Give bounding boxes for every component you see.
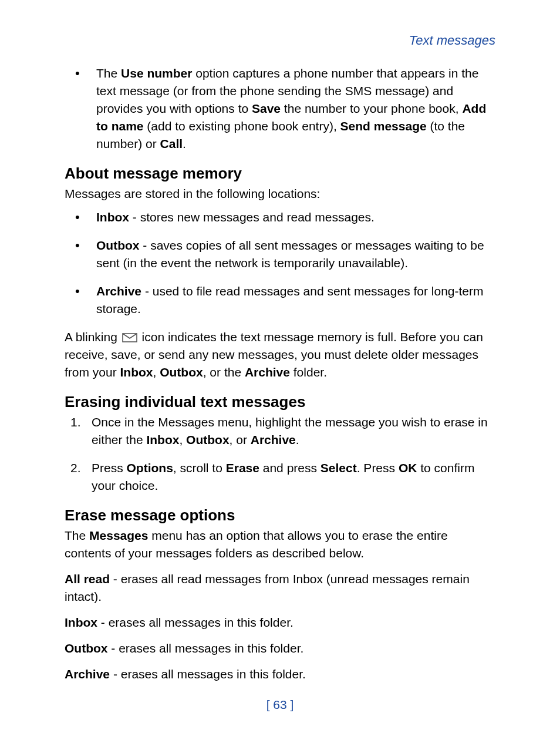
text-run: (add to existing phone book entry), xyxy=(144,119,340,133)
text-run: . xyxy=(183,137,186,150)
text-run: Outbox xyxy=(96,238,140,252)
text-run: , scroll to xyxy=(173,461,226,475)
list-item-text: Archive - used to file read messages and… xyxy=(96,283,495,318)
section-heading: About message memory xyxy=(65,164,495,183)
list-number: 2. xyxy=(67,459,92,495)
text-run: - erases all read messages from Inbox (u… xyxy=(65,572,470,603)
paragraph: A blinking icon indicates the text messa… xyxy=(65,328,495,381)
text-run: and press xyxy=(259,461,321,475)
paragraph: Messages are stored in the following loc… xyxy=(65,185,495,203)
list-item: • Inbox - stores new messages and read m… xyxy=(67,209,495,226)
text-run: Press xyxy=(92,461,127,475)
bullet-icon: • xyxy=(67,237,96,272)
envelope-icon xyxy=(122,333,137,342)
paragraph: Outbox - erases all messages in this fol… xyxy=(65,640,495,657)
list-item-text: Outbox - saves copies of all sent messag… xyxy=(96,237,495,272)
text-run: - saves copies of all sent messages or m… xyxy=(96,238,484,270)
text-run: Archive xyxy=(251,433,296,446)
list-item-text: Press Options, scroll to Erase and press… xyxy=(92,459,495,495)
paragraph: Inbox - erases all messages in this fold… xyxy=(65,614,495,631)
text-run: Archive xyxy=(245,365,290,379)
text-run: - used to file read messages and sent me… xyxy=(96,284,484,315)
list-item: • The Use number option captures a phone… xyxy=(67,65,495,153)
text-run: Use number xyxy=(121,66,192,80)
list-item: 2. Press Options, scroll to Erase and pr… xyxy=(67,459,495,495)
text-run: - erases all messages in this folder. xyxy=(97,616,294,629)
text-run: Inbox xyxy=(96,210,129,224)
text-run: , or the xyxy=(203,365,245,379)
text-run: Erase xyxy=(226,461,259,475)
list-item: • Archive - used to file read messages a… xyxy=(67,283,495,318)
paragraph: The Messages menu has an option that all… xyxy=(65,527,495,562)
text-run: . Press xyxy=(357,461,399,475)
text-run: , xyxy=(153,365,160,379)
text-run: OK xyxy=(399,461,417,475)
page-number: [ 63 ] xyxy=(0,698,560,712)
text-run: All read xyxy=(65,572,110,586)
text-run: the number to your phone book, xyxy=(281,102,462,115)
text-run: The xyxy=(96,66,121,80)
text-run: Inbox xyxy=(120,365,153,379)
text-run: , or xyxy=(230,433,251,446)
text-run: Archive xyxy=(96,284,141,298)
section-heading: Erasing individual text messages xyxy=(65,393,495,411)
list-item-text: Inbox - stores new messages and read mes… xyxy=(96,209,495,226)
text-run: Select xyxy=(321,461,357,475)
breadcrumb: Text messages xyxy=(65,33,495,48)
text-run: , xyxy=(179,433,186,446)
text-run: Inbox xyxy=(65,616,97,629)
text-run: - erases all messages in this folder. xyxy=(110,667,306,681)
text-run: . xyxy=(296,433,299,446)
section-heading: Erase message options xyxy=(65,506,495,524)
page-container: Text messages • The Use number option ca… xyxy=(0,0,560,733)
text-run: Outbox xyxy=(186,433,230,446)
text-run: Outbox xyxy=(65,641,108,655)
bullet-icon: • xyxy=(67,283,96,318)
text-run: Inbox xyxy=(146,433,179,446)
list-number: 1. xyxy=(67,413,92,449)
text-run: Archive xyxy=(65,667,110,681)
text-run: Messages xyxy=(89,529,148,542)
text-run: Call xyxy=(160,137,183,150)
list-item: 1. Once in the Messages menu, highlight … xyxy=(67,413,495,449)
paragraph: All read - erases all read messages from… xyxy=(65,570,495,606)
text-run: Save xyxy=(252,102,281,115)
text-run: - erases all messages in this folder. xyxy=(108,641,304,655)
list-item: • Outbox - saves copies of all sent mess… xyxy=(67,237,495,272)
text-run: A blinking xyxy=(65,330,121,344)
text-run: Send message xyxy=(340,119,427,133)
text-run: The xyxy=(65,529,89,542)
bullet-icon: • xyxy=(67,209,96,226)
text-run: - stores new messages and read messages. xyxy=(129,210,375,224)
text-run: Outbox xyxy=(160,365,203,379)
text-run: Options xyxy=(127,461,173,475)
paragraph: Archive - erases all messages in this fo… xyxy=(65,665,495,683)
text-run: folder. xyxy=(290,365,327,379)
list-item-text: Once in the Messages menu, highlight the… xyxy=(92,413,495,449)
bullet-icon: • xyxy=(67,65,96,153)
list-item-text: The Use number option captures a phone n… xyxy=(96,65,495,153)
